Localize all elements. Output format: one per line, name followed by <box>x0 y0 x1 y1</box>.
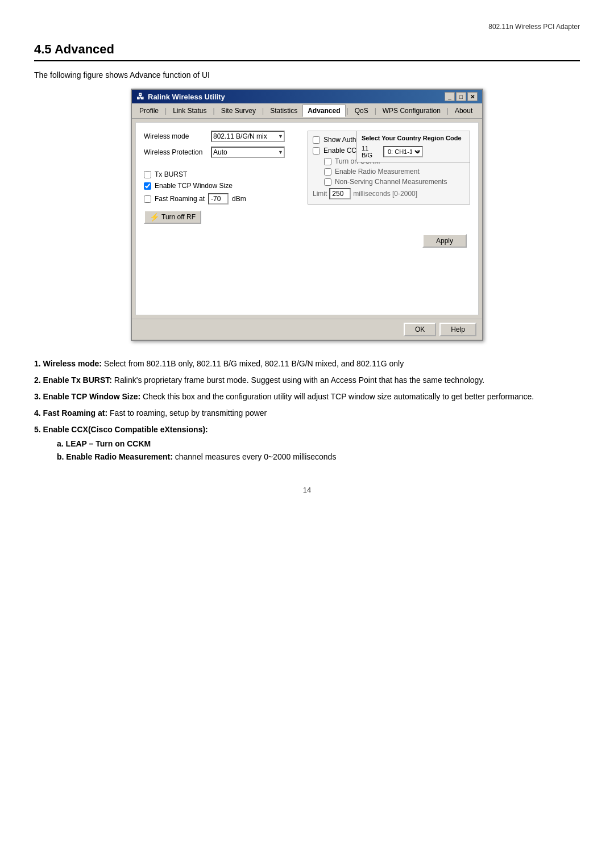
radio-meas-label: Enable Radio Measurement <box>335 168 420 176</box>
desc-item-5: Enable CCX(Cisco Compatible eXtensions):… <box>34 424 580 463</box>
turnoff-rf-row: ⚡ Turn off RF <box>144 208 296 224</box>
dialog-titlebar: 🖧 Ralink Wireless Utility _ □ ✕ <box>132 90 482 103</box>
wireless-protection-select-wrapper[interactable]: Auto <box>211 147 285 158</box>
desc-item-4: Fast Roaming at: Fast to roaming, setup … <box>34 407 580 419</box>
sub-b-text: channel measures every 0~2000 millisecon… <box>175 452 337 461</box>
close-button[interactable]: ✕ <box>467 92 478 101</box>
desc-3-text: Check this box and the configuration uti… <box>143 392 534 401</box>
desc-item-3: Enable TCP Window Size: Check this box a… <box>34 391 580 403</box>
wireless-protection-label: Wireless Protection <box>144 148 206 156</box>
dialog-title: Ralink Wireless Utility <box>148 93 225 101</box>
turnoff-rf-label: Turn off RF <box>161 213 196 221</box>
minimize-button[interactable]: _ <box>445 92 455 101</box>
limit-unit: milliseconds [0-2000] <box>353 190 417 198</box>
fast-roaming-unit: dBm <box>232 195 246 203</box>
dialog-footer: OK Help <box>132 319 482 340</box>
apply-area: Apply <box>144 229 470 250</box>
wireless-mode-select-wrapper[interactable]: 802.11 B/G/N mix <box>211 131 285 142</box>
region-row: 11 B/G 0: CH1-11 <box>362 145 465 158</box>
fast-roaming-input[interactable] <box>208 193 229 205</box>
sub-item-a: LEAP – Turn on CCKM <box>57 438 580 450</box>
desc-item-1: Wireless mode: Select from 802.11B only,… <box>34 358 580 370</box>
tab-sitesurvey[interactable]: Site Survey <box>216 105 261 117</box>
sub-b-bold: Enable Radio Measurement: <box>66 452 173 461</box>
tab-profile[interactable]: Profile <box>134 105 164 117</box>
section-title: 4.5 Advanced <box>34 42 580 61</box>
limit-row: Limit milliseconds [0-2000] <box>313 188 465 199</box>
enable-ccx-checkbox[interactable] <box>313 147 320 155</box>
sub-item-b: Enable Radio Measurement: channel measur… <box>57 451 580 463</box>
enable-radio-row: Enable Radio Measurement <box>324 168 465 176</box>
titlebar-left: 🖧 Ralink Wireless Utility <box>136 92 225 101</box>
tx-burst-row: Tx BURST <box>144 170 296 178</box>
cckm-checkbox[interactable] <box>324 158 331 165</box>
wireless-mode-select[interactable]: 802.11 B/G/N mix <box>211 131 285 142</box>
titlebar-controls[interactable]: _ □ ✕ <box>445 92 478 101</box>
sub-a-bold: LEAP – Turn on CCKM <box>66 439 151 448</box>
fast-roaming-row: Fast Roaming at dBm <box>144 193 296 205</box>
tab-wps[interactable]: WPS Configuration <box>377 105 446 117</box>
enable-tcp-label: Enable TCP Window Size <box>155 182 233 190</box>
desc-5-bold: Enable CCX(Cisco Compatible eXtensions): <box>43 425 208 434</box>
desc-3-bold: Enable TCP Window Size: <box>43 392 141 401</box>
desc-1-text: Select from 802.11B only, 802.11 B/G mix… <box>104 359 404 368</box>
desc-1-bold: Wireless mode: <box>43 359 102 368</box>
dialog-menubar: Profile | Link Status | Site Survey | St… <box>132 103 482 119</box>
sep-1: | <box>165 107 167 115</box>
maximize-button[interactable]: □ <box>456 92 466 101</box>
non-serving-checkbox[interactable] <box>324 178 331 186</box>
page-header: 802.11n Wireless PCI Adapter <box>34 23 580 31</box>
wireless-mode-label: Wireless mode <box>144 132 206 140</box>
tx-burst-label: Tx BURST <box>155 170 187 178</box>
show-auth-checkbox[interactable] <box>313 136 320 144</box>
limit-label: Limit <box>313 190 327 198</box>
radio-meas-checkbox[interactable] <box>324 168 331 176</box>
fast-roaming-label: Fast Roaming at <box>155 195 205 203</box>
enable-tcp-row: Enable TCP Window Size <box>144 182 296 190</box>
tab-linkstatus[interactable]: Link Status <box>168 105 211 117</box>
sep-2: | <box>213 107 215 115</box>
desc-2-text: Ralink's proprietary frame burst mode. S… <box>114 375 484 385</box>
limit-input[interactable] <box>329 188 351 199</box>
intro-text: The following figure shows Advance funct… <box>34 70 580 80</box>
sep-4: | <box>347 107 349 115</box>
wireless-mode-row: Wireless mode 802.11 B/G/N mix <box>144 131 296 142</box>
sub-list: LEAP – Turn on CCKM Enable Radio Measure… <box>34 438 580 463</box>
desc-4-bold: Fast Roaming at: <box>43 408 108 418</box>
region-group-title: Select Your Country Region Code <box>362 135 465 141</box>
region-select-wrapper[interactable]: 0: CH1-11 <box>383 146 423 157</box>
fast-roaming-checkbox[interactable] <box>144 195 151 203</box>
tab-advanced[interactable]: Advanced <box>302 105 345 117</box>
apply-button[interactable]: Apply <box>422 234 467 248</box>
dialog-window: 🖧 Ralink Wireless Utility _ □ ✕ Profile … <box>131 89 483 341</box>
region-band-label: 11 B/G <box>362 145 380 158</box>
sep-6: | <box>447 107 449 115</box>
region-select[interactable]: 0: CH1-11 <box>383 146 423 157</box>
desc-2-bold: Enable Tx BURST: <box>43 375 112 385</box>
ok-button[interactable]: OK <box>404 323 436 336</box>
sep-3: | <box>262 107 264 115</box>
page-number: 14 <box>34 486 580 494</box>
description-list: Wireless mode: Select from 802.11B only,… <box>34 358 580 463</box>
wireless-protection-select[interactable]: Auto <box>211 147 285 158</box>
tx-burst-checkbox[interactable] <box>144 171 151 178</box>
desc-4-text: Fast to roaming, setup by transmitting p… <box>110 408 267 418</box>
enable-tcp-checkbox[interactable] <box>144 182 151 190</box>
non-serving-row: Non-Serving Channel Measurements <box>324 178 465 186</box>
rf-icon: ⚡ <box>150 212 159 222</box>
turnoff-rf-button[interactable]: ⚡ Turn off RF <box>144 210 201 224</box>
dialog-body: Wireless mode 802.11 B/G/N mix Wireless … <box>135 122 479 315</box>
left-column: Wireless mode 802.11 B/G/N mix Wireless … <box>144 131 296 224</box>
tab-qos[interactable]: QoS <box>350 105 374 117</box>
desc-item-2: Enable Tx BURST: Ralink's proprietary fr… <box>34 374 580 386</box>
tab-about[interactable]: About <box>450 105 478 117</box>
tab-statistics[interactable]: Statistics <box>265 105 302 117</box>
wireless-protection-row: Wireless Protection Auto <box>144 147 296 158</box>
help-button[interactable]: Help <box>439 323 476 336</box>
sep-5: | <box>375 107 376 115</box>
app-icon: 🖧 <box>136 92 144 101</box>
non-serving-label: Non-Serving Channel Measurements <box>335 178 447 186</box>
